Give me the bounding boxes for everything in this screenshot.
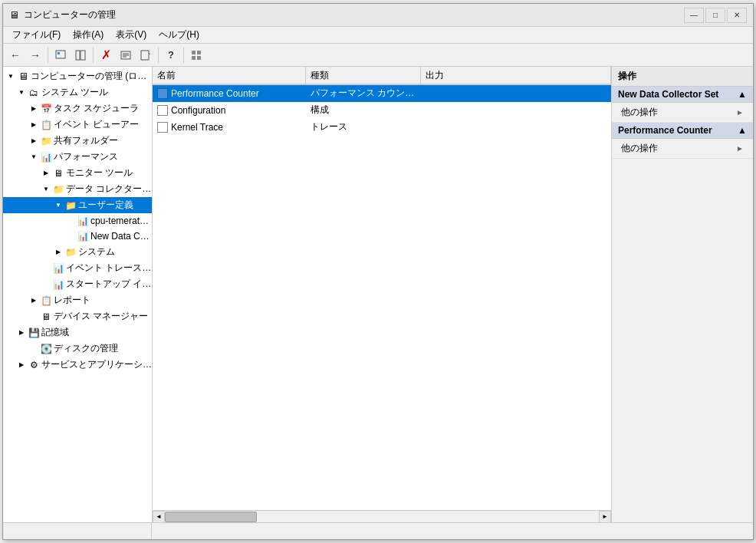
tree-storage[interactable]: ▶ 💾 記憶域 [3, 324, 152, 341]
report-icon: 📋 [40, 295, 52, 307]
forward-button[interactable]: → [26, 46, 44, 64]
col-type-header[interactable]: 種類 [306, 67, 421, 84]
menu-actions[interactable]: 操作(A) [67, 27, 110, 43]
tree-cpu-temp[interactable]: 📊 cpu-temerature [3, 213, 152, 229]
action-section-new-dcs[interactable]: New Data Collector Set ▲ [612, 87, 753, 103]
action-item-other-ops-1[interactable]: 他の操作 ► [612, 139, 753, 159]
col-name-header[interactable]: 名前 [153, 67, 306, 84]
tree-data-collector[interactable]: ▼ 📁 データ コレクター セット [3, 181, 152, 197]
toolbar-sep-2 [93, 48, 94, 63]
list-row[interactable]: Configuration 構成 [153, 102, 611, 119]
tree-system[interactable]: ▶ 📁 システム [3, 244, 152, 260]
action-section-perf-label: Performance Counter [618, 125, 712, 136]
data-collector-toggle: ▼ [40, 183, 52, 196]
svg-rect-1 [58, 52, 60, 54]
startup-event-toggle [40, 278, 52, 291]
event-viewer-label: イベント ビューアー [54, 118, 139, 131]
scroll-right-btn[interactable]: ► [599, 511, 611, 523]
report-label: レポート [54, 294, 90, 307]
list-row[interactable]: Performance Counter パフォーマンス カウンター [153, 85, 611, 102]
minimize-button[interactable]: — [684, 8, 704, 23]
tree-disk-mgmt[interactable]: 💽 ディスクの管理 [3, 341, 152, 357]
tree-performance[interactable]: ▼ 📊 パフォーマンス [3, 149, 152, 165]
status-bar [3, 522, 753, 539]
scroll-thumb[interactable] [165, 512, 257, 522]
action-item-label-0: 他の操作 [621, 106, 658, 119]
cell-name-2: Kernel Trace [153, 122, 306, 133]
event-viewer-toggle: ▶ [28, 119, 40, 131]
tree-device-manager[interactable]: 🖥 デバイス マネージャー [3, 308, 152, 324]
menu-file[interactable]: ファイル(F) [6, 27, 67, 43]
system-tools-toggle: ▼ [15, 87, 28, 99]
services-label: サービスとアプリケーション [41, 358, 152, 371]
user-defined-toggle: ▼ [52, 199, 64, 212]
show-console-tree[interactable] [71, 46, 90, 64]
action-item-arrow-1: ► [736, 144, 744, 153]
help-button[interactable]: ? [162, 46, 180, 64]
startup-event-label: スタートアップ イベント ト… [66, 278, 152, 291]
user-defined-icon: 📁 [64, 199, 77, 212]
tree-shared-folder[interactable]: ▶ 📁 共有フォルダー [3, 133, 152, 149]
close-button[interactable]: ✕ [727, 8, 747, 23]
back-button[interactable]: ← [6, 46, 25, 64]
delete-button[interactable]: ✗ [97, 46, 115, 64]
action-item-other-ops-0[interactable]: 他の操作 ► [612, 103, 753, 123]
data-collector-icon: 📁 [52, 183, 64, 196]
perf-counter-name: Performance Counter [171, 88, 259, 99]
svg-rect-0 [56, 51, 65, 58]
tree-task-scheduler[interactable]: ▶ 📅 タスク スケジューラ [3, 100, 152, 117]
view-button[interactable] [187, 46, 205, 64]
action-section-perf-counter[interactable]: Performance Counter ▲ [612, 123, 753, 139]
cpu-temp-icon: 📊 [77, 215, 89, 227]
menu-help[interactable]: ヘルプ(H) [153, 27, 205, 43]
list-row[interactable]: Kernel Trace トレース [153, 119, 611, 136]
svg-rect-13 [197, 56, 201, 60]
menu-view[interactable]: 表示(V) [110, 27, 153, 43]
tree-user-defined[interactable]: ▼ 📁 ユーザー定義 [3, 197, 152, 213]
tree-report[interactable]: ▶ 📋 レポート [3, 292, 152, 308]
actions-header: 操作 [612, 67, 753, 87]
tree-system-tools[interactable]: ▼ 🗂 システム ツール [3, 84, 152, 100]
svg-rect-10 [192, 51, 196, 54]
tree-event-viewer[interactable]: ▶ 📋 イベント ビューアー [3, 117, 152, 133]
action-item-arrow-0: ► [736, 108, 744, 117]
cell-type-1: 構成 [306, 104, 421, 117]
svg-rect-3 [81, 51, 85, 60]
scroll-track[interactable] [165, 511, 599, 522]
tree-startup-event[interactable]: 📊 スタートアップ イベント ト… [3, 276, 152, 292]
shared-folder-toggle: ▶ [28, 135, 40, 147]
export-button[interactable] [136, 46, 155, 64]
device-manager-icon: 🖥 [40, 311, 52, 323]
root-icon: 🖥 [17, 71, 29, 83]
report-toggle: ▶ [28, 295, 40, 307]
window-title: コンピューターの管理 [24, 8, 116, 21]
perf-counter-icon [157, 88, 168, 99]
system-icon: 📁 [64, 246, 77, 258]
svg-rect-2 [76, 51, 80, 60]
tree-event-trace[interactable]: 📊 イベント トレース セッシ… [3, 260, 152, 276]
cell-name-1: Configuration [153, 105, 306, 116]
window-icon: 🖥 [9, 9, 19, 21]
tree-root[interactable]: ▼ 🖥 コンピューターの管理 (ローカル) [3, 68, 152, 84]
scroll-left-btn[interactable]: ◄ [153, 511, 165, 523]
tree-new-data-collect[interactable]: 📊 New Data Collect [3, 229, 152, 244]
task-scheduler-toggle: ▶ [28, 103, 40, 115]
task-scheduler-label: タスク スケジューラ [54, 102, 139, 115]
startup-event-icon: 📊 [52, 278, 64, 291]
content-scrollbar-h[interactable]: ◄ ► [153, 510, 611, 522]
up-button[interactable] [51, 46, 70, 64]
tree-monitor-tools[interactable]: ▶ 🖥 モニター ツール [3, 165, 152, 181]
maximize-button[interactable]: □ [705, 8, 725, 23]
col-output-header[interactable]: 出力 [421, 67, 611, 84]
tree-services[interactable]: ▶ ⚙ サービスとアプリケーション [3, 357, 152, 373]
performance-toggle: ▼ [28, 151, 40, 163]
title-bar: 🖥 コンピューターの管理 — □ ✕ [3, 4, 753, 27]
system-label: システム [78, 245, 115, 258]
svg-rect-11 [197, 51, 201, 54]
disk-mgmt-icon: 💽 [40, 343, 52, 355]
action-section-new-dcs-label: New Data Collector Set [618, 89, 718, 100]
title-bar-buttons: — □ ✕ [684, 8, 747, 23]
properties-button[interactable] [117, 46, 135, 64]
services-icon: ⚙ [28, 359, 40, 371]
menu-bar: ファイル(F) 操作(A) 表示(V) ヘルプ(H) [3, 27, 753, 44]
